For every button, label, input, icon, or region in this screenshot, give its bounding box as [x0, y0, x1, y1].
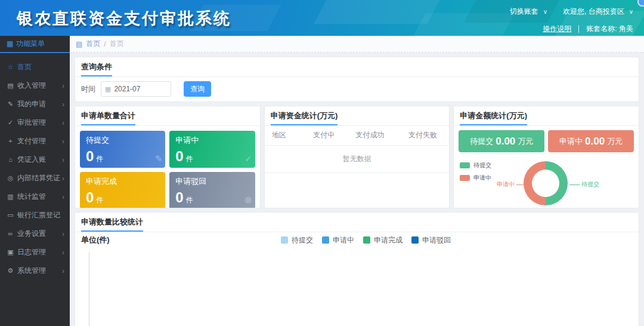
legend-item: 待提交 — [460, 161, 491, 170]
query-panel: 查询条件 时间 ▦ 查询 — [75, 57, 639, 102]
breadcrumb-current: 首页 — [110, 39, 124, 49]
card-rejected[interactable]: 申请驳回 0件 ▤⊗ — [169, 172, 255, 208]
empty-state-text: 暂无数据 — [265, 145, 450, 173]
badge-in-progress-amount[interactable]: 申请中 0.00 万元 — [548, 130, 634, 152]
card-completed[interactable]: 申请完成 0件 ▤ — [80, 172, 165, 208]
time-label: 时间 — [81, 84, 95, 94]
help-link[interactable]: 操作说明 — [543, 24, 571, 34]
doc-edit-icon: ▤✎ — [140, 145, 160, 165]
sidebar: ▦ 功能菜单 ☆ 首页 ▤ 收入管理 › ✎ 我的申请 › ✓ 审批管理 › +… — [0, 36, 70, 326]
column-header-success: 支付成功 — [343, 126, 396, 145]
app-title: 银农直联资金支付审批系统 — [17, 8, 231, 29]
sidebar-item-system[interactable]: ⚙ 系统管理 › — [0, 262, 70, 280]
legend-swatch — [411, 236, 419, 244]
settlement-icon: ◎ — [7, 169, 14, 187]
star-icon: ☆ — [7, 58, 14, 76]
date-picker[interactable]: ▦ — [101, 81, 171, 97]
document-icon: ▤ — [76, 40, 82, 48]
gear-icon: ⚙ — [7, 262, 14, 280]
sidebar-item-home[interactable]: ☆ 首页 — [0, 58, 70, 76]
app-header: 银农直联资金支付审批系统 切换账套 ∨ 欢迎您, 台商投资区 ∨ 操作说明 账套… — [0, 0, 644, 36]
legend-item-in-progress[interactable]: 申请中 — [322, 235, 354, 245]
chevron-right-icon: › — [62, 262, 64, 280]
card-icon: ▭ — [7, 206, 14, 224]
briefcase-icon: ⌂ — [7, 150, 14, 169]
welcome-label: 欢迎您, 台商投资区 — [563, 7, 624, 17]
funds-panel-title: 申请资金统计(万元) — [271, 110, 338, 125]
chevron-right-icon: › — [62, 187, 64, 206]
chevron-right-icon: › — [62, 243, 64, 262]
compare-panel-title: 申请数量比较统计 — [81, 217, 143, 232]
account-name-label: 账套名称: 角美 — [586, 24, 633, 34]
breadcrumb: ▤ 首页 / 首页 — [70, 36, 644, 53]
sidebar-item-statistics[interactable]: ▥ 统计监管 › — [0, 187, 70, 206]
calendar-icon: ▦ — [105, 85, 111, 93]
sidebar-item-log[interactable]: ▣ 日志管理 › — [0, 243, 70, 262]
legend-item-pending[interactable]: 待提交 — [281, 235, 313, 245]
badge-pending-submit-amount[interactable]: 待提交 0.00 万元 — [459, 130, 544, 152]
pencil-icon: ✎ — [7, 95, 14, 113]
donut-label-right: 待提交 — [569, 180, 599, 189]
sidebar-menu-header: ▦ 功能菜单 — [0, 36, 70, 53]
bar-chart-plot-area — [81, 250, 633, 326]
sidebar-item-internal-settlement[interactable]: ◎ 内部结算凭证 › — [0, 169, 70, 187]
legend-swatch — [460, 175, 470, 181]
chevron-down-icon: ∨ — [629, 8, 633, 15]
count-panel: 申请单数量合计 待提交 0件 ▤✎ 申请中 0件 ≡✓ — [75, 106, 261, 208]
doc-icon: ▤ — [140, 186, 160, 207]
breadcrumb-home[interactable]: 首页 — [86, 39, 100, 49]
sidebar-item-business-settings[interactable]: ∞ 业务设置 › — [0, 224, 70, 243]
donut-chart[interactable] — [524, 161, 568, 205]
legend-item-completed[interactable]: 申请完成 — [363, 235, 402, 245]
card-in-progress[interactable]: 申请中 0件 ≡✓ — [169, 131, 255, 168]
sidebar-item-approval[interactable]: ✓ 审批管理 › — [0, 113, 70, 132]
document-icon: ▤ — [7, 76, 14, 95]
sidebar-item-my-applications[interactable]: ✎ 我的申请 › — [0, 95, 70, 113]
donut-label-left: 申请中 — [497, 180, 527, 189]
log-icon: ▣ — [7, 243, 14, 262]
funds-panel: 申请资金统计(万元) 地区 支付中 支付成功 支付失败 暂无数据 — [264, 106, 450, 208]
main-content: ▤ 首页 / 首页 查询条件 时间 ▦ 查询 申请单数量合 — [70, 36, 644, 326]
chevron-right-icon: › — [62, 169, 64, 187]
chart-unit-label: 单位(件) — [81, 235, 110, 245]
sidebar-item-payment[interactable]: + 支付管理 › — [0, 132, 70, 150]
date-input[interactable] — [114, 85, 162, 93]
compare-panel: 申请数量比较统计 单位(件) 待提交 申请中 申请完成 — [75, 212, 639, 326]
count-panel-title: 申请单数量合计 — [81, 110, 135, 125]
card-pending-submit[interactable]: 待提交 0件 ▤✎ — [80, 131, 165, 168]
bar-chart-legend: 待提交 申请中 申请完成 申请驳回 — [281, 235, 451, 245]
chevron-right-icon: › — [62, 113, 64, 132]
doc-reject-icon: ▤⊗ — [230, 186, 250, 207]
notification-dot[interactable] — [637, 0, 644, 7]
sidebar-item-voucher-entry[interactable]: ⌂ 凭证入账 › — [0, 150, 70, 169]
chevron-down-icon: ∨ — [543, 8, 547, 15]
link-icon: ∞ — [7, 224, 14, 243]
donut-legend: 待提交 申请中 — [460, 161, 491, 186]
y-axis — [89, 252, 89, 326]
legend-swatch — [281, 236, 288, 244]
amount-panel: 申请金额统计(万元) 待提交 0.00 万元 申请中 0.00 万元 — [453, 106, 639, 208]
legend-item-rejected[interactable]: 申请驳回 — [411, 235, 451, 245]
amount-panel-title: 申请金额统计(万元) — [460, 110, 527, 125]
chevron-right-icon: › — [62, 76, 64, 95]
chevron-right-icon: › — [62, 132, 64, 150]
bar-chart-icon: ▥ — [7, 187, 14, 206]
sidebar-item-income[interactable]: ▤ 收入管理 › — [0, 76, 70, 95]
column-header-failed: 支付失败 — [397, 126, 450, 145]
sidebar-item-bank-draft[interactable]: ▭ 银行汇票登记 — [0, 206, 70, 224]
legend-swatch — [322, 236, 329, 244]
chevron-right-icon: › — [62, 150, 64, 169]
chevron-right-icon: › — [62, 224, 64, 243]
legend-swatch — [460, 162, 470, 168]
column-header-paying: 支付中 — [304, 126, 343, 145]
query-panel-title: 查询条件 — [81, 61, 112, 76]
switch-account-dropdown[interactable]: 切换账套 ∨ — [510, 7, 547, 17]
welcome-user-dropdown[interactable]: 欢迎您, 台商投资区 ∨ — [563, 7, 633, 17]
breadcrumb-separator: / — [104, 40, 106, 48]
legend-item: 申请中 — [460, 174, 491, 182]
chevron-right-icon: › — [62, 95, 64, 113]
plus-icon: + — [7, 132, 14, 150]
legend-swatch — [363, 236, 370, 244]
funds-table: 地区 支付中 支付成功 支付失败 暂无数据 — [265, 126, 450, 173]
search-button[interactable]: 查询 — [184, 81, 211, 97]
